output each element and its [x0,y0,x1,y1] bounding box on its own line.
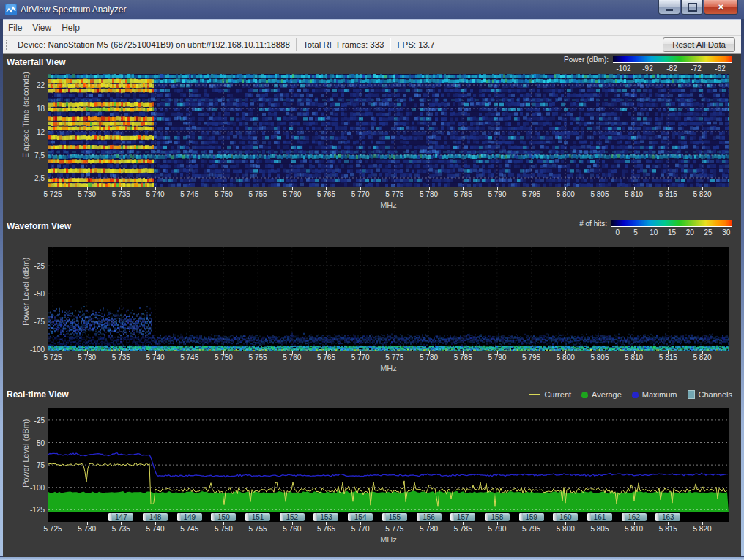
legend-label-current: Current [544,390,571,399]
waveform-title: Waveform View [7,221,71,231]
channel-pill-158: 158 [485,513,510,521]
realtime-plot [48,408,729,512]
average-swatch-icon [581,392,588,398]
freq-tick-label: 5 730 [78,525,96,533]
freq-tick-label: 5 735 [112,525,130,533]
freq-tick-label: 5 750 [215,354,233,362]
freq-tick-label: 5 815 [659,354,677,362]
realtime-y-tick: -100 [30,483,45,491]
freq-tick-label: 5 725 [43,190,62,198]
freq-tick-label: 5 750 [215,190,233,198]
power-legend-tick: -62 [715,64,725,72]
toolbar: Device: NanoStation M5 (6872510041B9) on… [3,36,741,54]
freq-tick-label: 5 760 [283,354,301,362]
waveform-y-tick: -75 [34,318,45,326]
realtime-y-tick: -75 [34,461,45,469]
freq-tick-label: 5 775 [385,190,403,198]
freq-tick-label: 5 745 [180,525,198,533]
freq-tick-label: 5 795 [522,525,540,533]
freq-tick-label: 5 780 [420,354,438,362]
freq-tick-label: 5 765 [317,190,335,198]
realtime-y-tick: -125 [30,506,45,514]
freq-tick-label: 5 795 [522,354,540,362]
waveform-x-axis-unit: MHz [48,363,729,374]
waveform-plot [48,247,729,351]
waveform-y-axis-label: Power Level (dBm) [21,261,30,326]
legend-label-channels: Channels [699,390,732,399]
hits-legend-tick: 5 [633,228,638,236]
waterfall-y-tick: 12 [37,128,45,136]
menubar: FileViewHelp [3,20,741,36]
freq-tick-label: 5 770 [351,354,370,362]
freq-tick-label: 5 775 [385,354,403,362]
channel-pill-163: 163 [655,513,680,521]
freq-tick-label: 5 820 [693,525,711,533]
realtime-y-axis-label: Power Level (dBm) [21,423,30,488]
menu-item-help[interactable]: Help [56,21,85,34]
freq-tick-label: 5 785 [454,354,472,362]
waterfall-y-tick: 18 [37,104,45,112]
waterfall-x-axis-unit: MHz [48,200,729,211]
reset-all-data-button[interactable]: Reset All Data [663,37,735,52]
realtime-x-axis-unit: MHz [48,534,729,545]
waterfall-y-axis-label: Elapsed Time (seconds) [21,94,30,158]
channel-pill-147: 147 [108,513,133,521]
close-button[interactable]: ✕ [704,0,738,15]
legend-item-maximum: Maximum [632,390,677,399]
freq-tick-label: 5 760 [283,190,301,198]
window-frame-right [741,19,744,560]
menu-item-file[interactable]: File [3,21,27,34]
freq-tick-label: 5 735 [112,354,130,362]
channel-pill-150: 150 [211,513,236,521]
freq-tick-label: 5 775 [385,525,403,533]
freq-tick-label: 5 740 [146,190,165,198]
waterfall-y-tick: 2,5 [34,173,45,182]
freq-tick-label: 5 755 [249,354,267,362]
freq-tick-label: 5 740 [146,354,165,362]
freq-tick-label: 5 785 [454,525,472,533]
freq-tick-label: 5 780 [420,525,438,533]
channel-pill-153: 153 [313,513,338,521]
titlebar[interactable]: AirView Spectrum Analyzer ✕ [0,0,744,20]
hits-legend-tick: 10 [650,228,658,236]
maximum-swatch-icon [632,392,639,398]
freq-tick-label: 5 820 [693,354,711,362]
power-legend-label: Power (dBm): [564,56,609,64]
freq-tick-label: 5 790 [488,354,506,362]
toolbar-grip[interactable] [5,39,8,51]
waveform-y-tick: -100 [30,346,45,354]
freq-tick-label: 5 735 [112,190,130,198]
power-legend-tick: -82 [666,64,677,72]
freq-tick-label: 5 725 [43,354,62,362]
device-status: Device: NanoStation M5 (6872510041B9) on… [12,40,296,49]
channel-pill-159: 159 [519,513,544,521]
maximize-button[interactable] [681,0,703,15]
hits-color-legend: # of hits: 051015202530 [564,220,732,236]
waveform-y-tick: -50 [34,290,45,298]
power-legend-tick: -102 [616,64,630,72]
freq-tick-label: 5 810 [625,190,643,198]
waveform-y-tick: -25 [34,261,45,269]
content-area: Waterfall View Power (dBm): -102-92-82-7… [3,54,741,557]
freq-tick-label: 5 785 [454,190,472,198]
legend-label-maximum: Maximum [642,390,677,399]
freq-tick-label: 5 755 [249,525,267,533]
freq-tick-label: 5 805 [590,354,609,362]
hits-legend-tick: 25 [704,228,712,236]
freq-tick-label: 5 795 [522,190,540,198]
channels-swatch-icon [688,390,695,399]
close-icon: ✕ [718,3,723,11]
freq-tick-label: 5 730 [78,354,96,362]
channel-pill-154: 154 [348,513,373,521]
power-gradient-bar [613,56,732,63]
menu-item-view[interactable]: View [27,21,56,34]
freq-tick-label: 5 765 [317,354,335,362]
freq-tick-label: 5 815 [659,190,677,198]
realtime-title: Real-time View [7,389,68,400]
fps-status: FPS: 13.7 [391,40,440,49]
hits-gradient-bar [611,220,732,227]
channel-pill-149: 149 [177,513,202,521]
freq-tick-label: 5 810 [625,525,643,533]
minimize-button[interactable] [658,0,680,15]
realtime-legend: CurrentAverageMaximumChannels [518,390,732,399]
